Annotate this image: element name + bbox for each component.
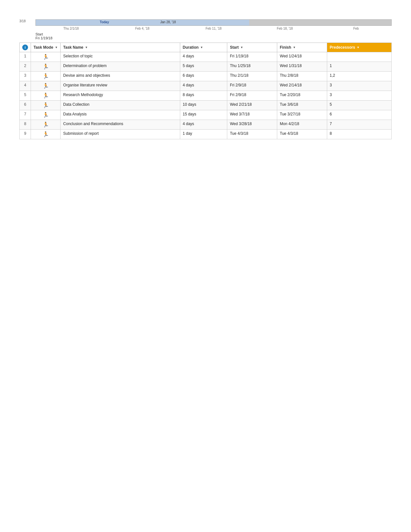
start-cell: Wed 3/7/18 bbox=[227, 110, 277, 120]
row-number: 1 bbox=[20, 52, 31, 62]
date-feb18: Feb 18, '18 bbox=[249, 27, 320, 30]
predecessors-cell: 8 bbox=[327, 130, 391, 139]
task-mode-icon: 🏃 bbox=[43, 112, 49, 118]
finish-cell: Tue 2/20/18 bbox=[277, 91, 327, 101]
duration-cell: 5 days bbox=[180, 62, 227, 72]
start-cell: Thu 1/25/18 bbox=[227, 62, 277, 72]
duration-cell: 10 days bbox=[180, 101, 227, 110]
start-info: Start Fri 1/19/18 bbox=[35, 32, 392, 40]
task-mode-header[interactable]: Task Mode ▼ bbox=[31, 43, 61, 52]
finish-cell: Tue 3/27/18 bbox=[277, 110, 327, 120]
predecessors-cell bbox=[327, 52, 391, 62]
predecessors-cell: 7 bbox=[327, 120, 391, 130]
date-feb4: Feb 4, '18 bbox=[107, 27, 178, 30]
date-feb-end: Feb bbox=[320, 27, 392, 30]
table-row: 3🏃Devise aims and objectives6 daysThu 2/… bbox=[20, 72, 392, 81]
jan28-label: Jan 28, '18 bbox=[160, 20, 176, 24]
task-mode-cell: 🏃 bbox=[31, 52, 61, 62]
info-header: i bbox=[20, 43, 31, 52]
table-row: 5🏃Research Methodology8 daysFri 2/9/18Tu… bbox=[20, 91, 392, 101]
row-number: 8 bbox=[20, 120, 31, 130]
row-number: 6 bbox=[20, 101, 31, 110]
task-mode-icon: 🏃 bbox=[43, 93, 49, 98]
duration-cell: 4 days bbox=[180, 120, 227, 130]
start-cell: Tue 4/3/18 bbox=[227, 130, 277, 139]
task-mode-cell: 🏃 bbox=[31, 91, 61, 101]
start-cell: Fri 2/9/18 bbox=[227, 91, 277, 101]
task-name-cell[interactable]: Determination of problem bbox=[61, 62, 180, 72]
task-mode-icon: 🏃 bbox=[43, 54, 49, 60]
finish-cell: Tue 4/3/18 bbox=[277, 130, 327, 139]
table-row: 6🏃Data Collection10 daysWed 2/21/18Tue 3… bbox=[20, 101, 392, 110]
finish-cell: Wed 2/14/18 bbox=[277, 81, 327, 91]
task-mode-icon: 🏃 bbox=[43, 122, 49, 127]
finish-dropdown-icon: ▼ bbox=[293, 46, 296, 49]
task-name-header[interactable]: Task Name ▼ bbox=[61, 43, 180, 52]
task-name-cell[interactable]: Data Analysis bbox=[61, 110, 180, 120]
start-cell: Wed 2/21/18 bbox=[227, 101, 277, 110]
start-cell: Fri 1/19/18 bbox=[227, 52, 277, 62]
task-mode-cell: 🏃 bbox=[31, 120, 61, 130]
predecessors-cell: 3 bbox=[327, 81, 391, 91]
table-row: 1🏃Selection of topic4 daysFri 1/19/18Wed… bbox=[20, 52, 392, 62]
gantt-stripe-bar: Today Jan 28, '18 bbox=[35, 19, 392, 26]
duration-cell: 8 days bbox=[180, 91, 227, 101]
dates-row: Thu 2/1/18 Feb 4, '18 Feb 11, '18 Feb 18… bbox=[35, 27, 392, 30]
task-name-cell[interactable]: Organise literature review bbox=[61, 81, 180, 91]
gantt-right-area: Today Jan 28, '18 Thu 2/1/18 Feb 4, '18 … bbox=[35, 19, 392, 30]
table-row: 7🏃Data Analysis15 daysWed 3/7/18Tue 3/27… bbox=[20, 110, 392, 120]
task-mode-icon: 🏃 bbox=[43, 103, 49, 108]
predecessors-cell: 5 bbox=[327, 101, 391, 110]
duration-dropdown-icon: ▼ bbox=[200, 46, 203, 49]
task-name-cell[interactable]: Devise aims and objectives bbox=[61, 72, 180, 81]
task-name-cell[interactable]: Data Collection bbox=[61, 101, 180, 110]
predecessors-cell: 3 bbox=[327, 91, 391, 101]
finish-header[interactable]: Finish ▼ bbox=[277, 43, 327, 52]
task-mode-cell: 🏃 bbox=[31, 110, 61, 120]
finish-cell: Wed 1/24/18 bbox=[277, 52, 327, 62]
start-cell: Wed 3/28/18 bbox=[227, 120, 277, 130]
start-label: Start bbox=[35, 32, 392, 36]
task-name-cell[interactable]: Research Methodology bbox=[61, 91, 180, 101]
task-mode-dropdown-icon: ▼ bbox=[55, 46, 58, 49]
table-row: 4🏃Organise literature review4 daysFri 2/… bbox=[20, 81, 392, 91]
predecessors-cell: 1,2 bbox=[327, 72, 391, 81]
finish-cell: Mon 4/2/18 bbox=[277, 120, 327, 130]
gantt-header: 3/18 Today Jan 28, '18 Thu 2/1/18 Feb 4,… bbox=[19, 19, 392, 30]
start-cell: Fri 2/9/18 bbox=[227, 81, 277, 91]
task-mode-cell: 🏃 bbox=[31, 62, 61, 72]
row-number: 9 bbox=[20, 130, 31, 139]
finish-cell: Wed 1/31/18 bbox=[277, 62, 327, 72]
gantt-left-date: 3/18 bbox=[19, 19, 35, 23]
task-name-cell[interactable]: Conclusion and Recommendations bbox=[61, 120, 180, 130]
row-number: 4 bbox=[20, 81, 31, 91]
start-date: Fri 1/19/18 bbox=[35, 36, 392, 40]
task-name-cell[interactable]: Submission of report bbox=[61, 130, 180, 139]
task-mode-icon: 🏃 bbox=[43, 74, 49, 79]
duration-header[interactable]: Duration ▼ bbox=[180, 43, 227, 52]
predecessors-cell: 6 bbox=[327, 110, 391, 120]
task-mode-icon: 🏃 bbox=[43, 132, 49, 137]
task-mode-cell: 🏃 bbox=[31, 81, 61, 91]
task-mode-cell: 🏃 bbox=[31, 101, 61, 110]
today-label: Today bbox=[100, 20, 109, 24]
task-mode-icon: 🏃 bbox=[43, 83, 49, 89]
task-mode-cell: 🏃 bbox=[31, 130, 61, 139]
task-mode-icon: 🏃 bbox=[43, 64, 49, 69]
task-name-cell[interactable]: Selection of topic bbox=[61, 52, 180, 62]
row-number: 2 bbox=[20, 62, 31, 72]
row-number: 3 bbox=[20, 72, 31, 81]
predecessors-header[interactable]: Predecessors ▼ bbox=[327, 43, 391, 52]
row-number: 7 bbox=[20, 110, 31, 120]
task-mode-cell: 🏃 bbox=[31, 72, 61, 81]
duration-cell: 6 days bbox=[180, 72, 227, 81]
finish-cell: Thu 2/8/18 bbox=[277, 72, 327, 81]
task-table: i Task Mode ▼ Task Name ▼ Durat bbox=[19, 43, 392, 139]
table-header-row: i Task Mode ▼ Task Name ▼ Durat bbox=[20, 43, 392, 52]
row-number: 5 bbox=[20, 91, 31, 101]
start-header[interactable]: Start ▼ bbox=[227, 43, 277, 52]
date-thu21: Thu 2/1/18 bbox=[35, 27, 107, 30]
finish-cell: Tue 3/6/18 bbox=[277, 101, 327, 110]
predecessors-cell: 1 bbox=[327, 62, 391, 72]
duration-cell: 4 days bbox=[180, 81, 227, 91]
